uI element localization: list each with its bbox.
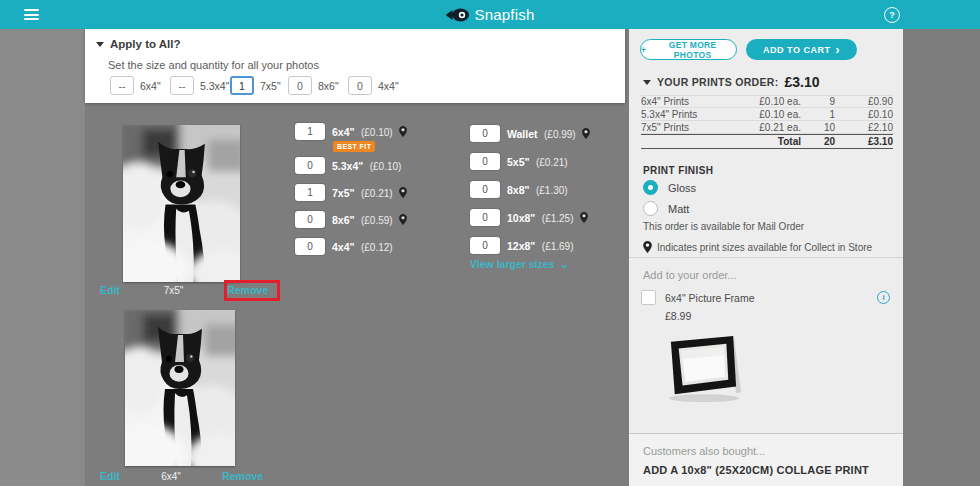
photo-thumbnail-2[interactable] xyxy=(125,310,235,466)
help-icon[interactable]: ? xyxy=(884,7,900,23)
chevron-right-icon: › xyxy=(835,45,840,55)
size-option-6x4: 6x4" (£0.10) xyxy=(295,122,407,140)
apply-qty-input-6x4[interactable] xyxy=(110,76,134,95)
size-option-12x8: 12x8" (£1.69) xyxy=(470,236,573,254)
size-option-4x4: 4x4" (£0.12) xyxy=(295,237,393,255)
addon-section-title: Add to your order... xyxy=(643,269,737,281)
apply-qty-input-8x6[interactable] xyxy=(288,76,312,95)
photo-2-size-label: 6x4" xyxy=(161,471,181,482)
order-total: £3.10 xyxy=(785,74,820,90)
qty-input-5.3x4[interactable] xyxy=(295,157,325,174)
size-price: (£0.59) xyxy=(361,215,393,226)
qty-input-6x4[interactable] xyxy=(295,123,325,140)
location-pin-icon xyxy=(399,126,407,137)
size-option-wallet: Wallet (£0.99) xyxy=(470,124,590,142)
size-option-5.3x4: 5.3x4" (£0.10) xyxy=(295,156,401,174)
location-pin-icon xyxy=(643,241,652,253)
photo-1-size-label: 7x5" xyxy=(164,285,184,296)
also-bought-item[interactable]: ADD A 10x8" (25X20CM) COLLAGE PRINT xyxy=(643,464,889,476)
size-price: (£1.25) xyxy=(542,213,574,224)
order-row: 6x4" Prints £0.10 ea. 9 £0.90 xyxy=(641,95,893,108)
snapfish-logo[interactable]: Snapfish xyxy=(446,0,535,29)
size-price: (£1.30) xyxy=(536,185,568,196)
collapse-arrow-icon xyxy=(96,42,104,47)
size-name: 7x5" xyxy=(332,187,355,199)
size-name: 4x4" xyxy=(332,241,355,253)
apply-field-5.3x4: 5.3x4" xyxy=(170,76,230,95)
location-pin-icon xyxy=(582,128,590,139)
qty-input-4x4[interactable] xyxy=(295,238,325,255)
radio-unselected-icon xyxy=(643,201,658,216)
qty-input-10x8[interactable] xyxy=(470,209,500,226)
addon-item-row: 6x4" Picture Frame xyxy=(641,290,755,305)
fish-icon xyxy=(446,7,470,23)
size-name: 6x4" xyxy=(332,126,355,138)
picture-frame-checkbox[interactable] xyxy=(641,290,656,305)
radio-selected-icon xyxy=(643,180,658,195)
qty-input-8x8[interactable] xyxy=(470,181,500,198)
mail-order-note: This order is available for Mail Order xyxy=(643,221,804,232)
gloss-radio-option[interactable]: Gloss xyxy=(643,180,696,195)
photo-1-actions: Edit 7x5" Remove xyxy=(100,284,268,296)
collect-in-store-note: Indicates print sizes available for Coll… xyxy=(643,241,872,253)
plus-icon: + xyxy=(641,45,646,55)
size-price: (£1.69) xyxy=(542,241,574,252)
size-option-5x5: 5x5" (£0.21) xyxy=(470,152,568,170)
qty-input-8x6[interactable] xyxy=(295,211,325,228)
location-pin-icon xyxy=(399,187,407,198)
qty-input-7x5[interactable] xyxy=(295,184,325,201)
hamburger-menu-icon[interactable] xyxy=(24,9,39,23)
collapse-arrow-icon xyxy=(643,80,651,85)
edit-link-photo-2[interactable]: Edit xyxy=(100,470,120,482)
apply-to-all-fields: 6x4" 5.3x4" 7x5" 8x6" 4x4" xyxy=(110,76,408,95)
customers-also-bought-section: Customers also bought... ADD A 10x8" (25… xyxy=(629,433,903,486)
view-larger-sizes-link[interactable]: View larger sizes ⌄ xyxy=(470,258,570,270)
your-prints-order-toggle[interactable]: YOUR PRINTS ORDER: £3.10 xyxy=(643,74,820,90)
apply-size-label: 8x6" xyxy=(318,80,339,92)
qty-input-12x8[interactable] xyxy=(470,237,500,254)
apply-qty-input-4x4[interactable] xyxy=(348,76,372,95)
add-to-cart-button[interactable]: ADD TO CART › xyxy=(746,39,857,60)
apply-to-all-title: Apply to All? xyxy=(110,38,180,50)
size-options-column-2: Wallet (£0.99) 5x5" (£0.21) 8x8" (£1.30)… xyxy=(470,124,630,284)
apply-qty-input-7x5[interactable] xyxy=(230,76,254,95)
size-name: 5x5" xyxy=(507,156,530,168)
size-price: (£0.21) xyxy=(361,188,393,199)
chevron-down-icon: ⌄ xyxy=(559,260,569,268)
get-more-photos-button[interactable]: + GET MORE PHOTOS xyxy=(640,39,737,60)
brand-name: Snapfish xyxy=(475,6,535,23)
picture-frame-image xyxy=(659,332,747,405)
size-name: 12x8" xyxy=(507,240,535,252)
print-finish-title: PRINT FINISH xyxy=(643,165,713,176)
size-price: (£0.10) xyxy=(361,127,393,138)
edit-link-photo-1[interactable]: Edit xyxy=(100,284,120,296)
order-sidebar: + GET MORE PHOTOS ADD TO CART › YOUR PRI… xyxy=(629,29,903,486)
apply-to-all-toggle[interactable]: Apply to All? xyxy=(96,38,180,50)
remove-link-photo-2[interactable]: Remove xyxy=(222,470,263,482)
matt-radio-option[interactable]: Matt xyxy=(643,201,689,216)
size-name: Wallet xyxy=(507,128,538,140)
apply-field-7x5: 7x5" xyxy=(230,76,288,95)
size-option-7x5: 7x5" (£0.21) xyxy=(295,183,407,201)
sidebar-buttons: + GET MORE PHOTOS ADD TO CART › xyxy=(640,39,857,60)
remove-link-photo-1[interactable]: Remove xyxy=(227,284,268,296)
apply-qty-input-5.3x4[interactable] xyxy=(170,76,194,95)
addon-item-name: 6x4" Picture Frame xyxy=(665,292,755,304)
size-option-10x8: 10x8" (£1.25) xyxy=(470,208,588,226)
size-option-8x8: 8x8" (£1.30) xyxy=(470,180,568,198)
section-divider xyxy=(629,257,903,258)
qty-input-5x5[interactable] xyxy=(470,153,500,170)
also-bought-title: Customers also bought... xyxy=(643,445,889,457)
apply-field-4x4: 4x4" xyxy=(348,76,408,95)
top-navbar: Snapfish ? xyxy=(0,0,980,29)
apply-field-8x6: 8x6" xyxy=(288,76,348,95)
photo-thumbnail-1[interactable] xyxy=(123,125,240,282)
left-gutter xyxy=(0,29,85,486)
apply-size-label: 6x4" xyxy=(140,80,161,92)
size-price: (£0.10) xyxy=(370,161,402,172)
order-summary-table: 6x4" Prints £0.10 ea. 9 £0.90 5.3x4" Pri… xyxy=(641,95,893,149)
info-icon[interactable]: i xyxy=(877,291,890,304)
qty-input-wallet[interactable] xyxy=(470,125,500,142)
apply-field-6x4: 6x4" xyxy=(110,76,170,95)
apply-to-all-panel: Apply to All? Set the size and quantity … xyxy=(85,29,625,103)
